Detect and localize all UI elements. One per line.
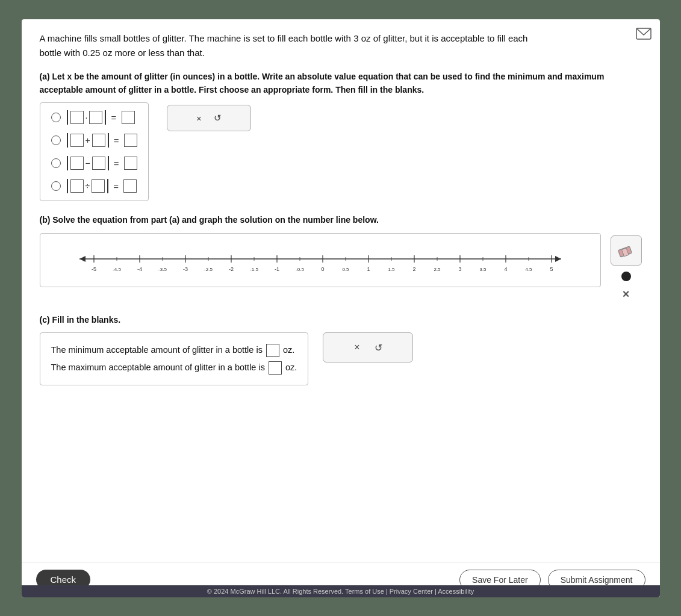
undo-icon: ↺ <box>214 113 222 123</box>
eq-display-2: + = <box>67 133 137 148</box>
abs-box-2: + <box>67 133 109 148</box>
options-box: · = + = <box>40 102 149 201</box>
blank-1a[interactable] <box>70 111 84 124</box>
copyright-bar: © 2024 McGraw Hill LLC. All Rights Reser… <box>22 585 660 597</box>
radio-opt2[interactable] <box>51 135 61 145</box>
blank-4c[interactable] <box>123 179 137 193</box>
svg-text:0.5: 0.5 <box>342 267 349 272</box>
blank-2a[interactable] <box>70 134 84 147</box>
svg-text:4.5: 4.5 <box>525 267 532 272</box>
blank-1b[interactable] <box>89 111 102 124</box>
blank-3c[interactable] <box>124 157 137 170</box>
min-blank[interactable] <box>266 344 279 357</box>
blank-4b[interactable] <box>92 179 105 193</box>
svg-text:5: 5 <box>550 266 553 272</box>
blank-3b[interactable] <box>92 157 105 170</box>
part-b-label: (b) Solve the equation from part (a) and… <box>40 213 642 226</box>
option-row-4: ÷ = <box>51 179 137 193</box>
blank-2c[interactable] <box>124 134 137 147</box>
svg-text:2: 2 <box>412 266 415 272</box>
svg-text:2.5: 2.5 <box>434 267 441 272</box>
radio-opt4[interactable] <box>51 181 61 191</box>
svg-text:-0.5: -0.5 <box>296 267 304 272</box>
radio-opt1[interactable] <box>51 113 61 122</box>
svg-text:1: 1 <box>367 266 370 272</box>
fill-line-1: The minimum acceptable amount of glitter… <box>51 341 297 359</box>
svg-text:3.5: 3.5 <box>479 267 487 272</box>
svg-text:-2.5: -2.5 <box>204 267 213 272</box>
eraser-button[interactable] <box>611 235 642 266</box>
number-line-box: -5 -4.5 -4 -3.5 -3 -2.5 -2 <box>40 233 601 287</box>
blank-3a[interactable] <box>70 157 84 170</box>
svg-text:-4.5: -4.5 <box>113 267 121 272</box>
abs-box-4: ÷ <box>67 179 109 193</box>
part-c-label: (c) Fill in the blanks. <box>40 313 642 326</box>
part-c-toolbar[interactable]: × ↺ <box>323 332 413 362</box>
option-row-1: · = <box>51 110 137 125</box>
svg-marker-2 <box>79 256 86 262</box>
option-row-3: − = <box>51 156 137 170</box>
c-undo-icon: ↺ <box>375 342 382 353</box>
eq-display-3: − = <box>67 156 137 170</box>
email-icon[interactable] <box>636 28 651 42</box>
part-a-toolbar-btn[interactable]: × ↺ <box>167 105 251 131</box>
svg-text:-2: -2 <box>228 266 233 272</box>
radio-opt3[interactable] <box>51 158 61 168</box>
svg-text:1.5: 1.5 <box>388 267 395 272</box>
fill-line-2: The maximum acceptable amount of glitter… <box>51 359 297 376</box>
part-b-tools: × <box>611 233 642 301</box>
option-row-2: + = <box>51 133 137 148</box>
svg-marker-3 <box>555 256 561 262</box>
svg-text:-3.5: -3.5 <box>158 267 167 272</box>
x-icon: × <box>196 113 202 123</box>
svg-text:4: 4 <box>504 266 507 272</box>
x-clear-button[interactable]: × <box>623 287 630 301</box>
eq-display-4: ÷ = <box>67 179 137 193</box>
part-b-area: -5 -4.5 -4 -3.5 -3 -2.5 -2 <box>40 233 642 301</box>
abs-box-1: · <box>67 110 107 125</box>
main-container: A machine fills small bottles of glitter… <box>22 19 660 597</box>
svg-text:-4: -4 <box>137 266 141 272</box>
number-line-svg: -5 -4.5 -4 -3.5 -3 -2.5 -2 <box>46 242 594 278</box>
part-a-toolbar: × ↺ <box>167 102 251 131</box>
svg-text:0: 0 <box>321 266 324 272</box>
intro-text: A machine fills small bottles of glitter… <box>40 31 642 60</box>
svg-text:3: 3 <box>458 266 461 272</box>
blank-2b[interactable] <box>92 134 105 147</box>
c-x-icon: × <box>354 342 359 353</box>
fill-blanks-box: The minimum acceptable amount of glitter… <box>40 332 309 385</box>
dot-marker[interactable] <box>621 272 631 281</box>
blank-1c[interactable] <box>122 111 135 124</box>
part-c-area: The minimum acceptable amount of glitter… <box>40 332 642 385</box>
svg-text:-5: -5 <box>91 266 96 272</box>
eq-display-1: · = <box>67 110 135 125</box>
blank-4a[interactable] <box>70 179 84 193</box>
part-a-label: (a) Let x be the amount of glitter (in o… <box>40 70 642 97</box>
part-a-options-area: · = + = <box>40 102 642 201</box>
svg-text:-3: -3 <box>182 266 187 272</box>
max-blank[interactable] <box>269 361 282 375</box>
svg-text:-1.5: -1.5 <box>250 267 258 272</box>
abs-box-3: − <box>67 156 109 170</box>
svg-text:-1: -1 <box>274 266 279 272</box>
